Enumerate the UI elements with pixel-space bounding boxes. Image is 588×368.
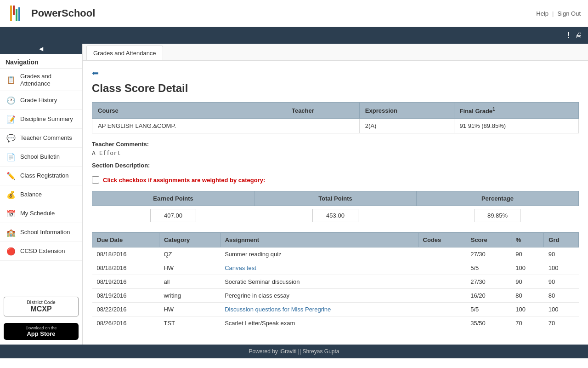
assignment-cell: Socratic Seminar discussion	[220, 275, 418, 289]
app-store-top-label: Download on the	[26, 326, 57, 330]
expression-header: Expression	[359, 103, 454, 119]
assignment-cell: Discussion questions for Miss Peregrine	[220, 303, 418, 316]
assignment-name: Socratic Seminar discussion	[225, 278, 300, 285]
course-name: AP ENGLISH LANG.&COMP.	[92, 119, 286, 133]
sidebar-label-discipline-summary: Discipline Summary	[20, 115, 73, 123]
assignment-cell: Canvas test	[220, 261, 418, 275]
pct-cell: 100	[511, 303, 544, 316]
district-label: District Code	[8, 300, 74, 305]
total-points-header: Total Points	[254, 191, 417, 206]
codes-cell	[418, 289, 466, 303]
grd-cell: 90	[544, 247, 579, 261]
due-date-header: Due Date	[92, 233, 159, 247]
school-information-icon: 🏫	[6, 227, 17, 238]
codes-header: Codes	[418, 233, 466, 247]
section-description-label: Section Description:	[92, 162, 579, 169]
notification-icon[interactable]: !	[568, 31, 570, 40]
weighted-category-label: Click checkbox if assignments are weight…	[103, 177, 265, 184]
earned-points-value: 407.00	[150, 209, 196, 222]
sidebar-item-school-information[interactable]: 🏫 School Information	[0, 223, 82, 242]
table-row: 08/18/2016 QZ Summer reading quiz 27/30 …	[92, 247, 579, 261]
due-date-cell: 08/19/2016	[92, 289, 159, 303]
assignment-link[interactable]: Discussion questions for Miss Peregrine	[225, 306, 331, 313]
due-date-cell: 08/18/2016	[92, 247, 159, 261]
total-points-cell: 453.00	[254, 206, 417, 225]
sidebar-item-ccsd-extension[interactable]: 🔴 CCSD Extension	[0, 242, 82, 261]
assignment-header: Assignment	[220, 233, 418, 247]
course-header: Course	[92, 103, 286, 119]
sidebar-item-balance[interactable]: 💰 Balance	[0, 185, 82, 204]
footer: Powered by iGraviti || Shreyas Gupta	[0, 345, 588, 358]
final-grade-value: 91 91% (89.85%)	[454, 119, 578, 133]
tab-bar: Grades and Attendance	[83, 44, 588, 61]
app-store-button[interactable]: Download on the App Store	[4, 323, 79, 340]
sidebar-item-discipline-summary[interactable]: 📝 Discipline Summary	[0, 110, 82, 129]
sidebar-item-grades-attendance[interactable]: 📋 Grades and Attendance	[0, 69, 82, 91]
assignment-name: Summer reading quiz	[225, 251, 282, 258]
help-link[interactable]: Help	[536, 10, 548, 17]
content-area: Grades and Attendance ⬅ Class Score Deta…	[83, 44, 588, 345]
weighted-category-checkbox[interactable]	[92, 176, 99, 184]
category-cell: writing	[159, 289, 220, 303]
score-cell: 5/5	[466, 261, 511, 275]
sidebar-label-my-schedule: My Schedule	[20, 210, 55, 217]
tab-grades-attendance[interactable]: Grades and Attendance	[86, 46, 163, 60]
sidebar-item-teacher-comments[interactable]: 💬 Teacher Comments	[0, 129, 82, 148]
assignments-table: Due Date Category Assignment Codes Score…	[92, 232, 579, 330]
score-header: Score	[466, 233, 511, 247]
nav-items: 📋 Grades and Attendance 🕐 Grade History …	[0, 69, 82, 292]
category-cell: HW	[159, 303, 220, 316]
grd-cell: 100	[544, 303, 579, 316]
svg-rect-1	[13, 6, 15, 15]
table-row: 08/26/2016 TST Scarlet Letter/Speak exam…	[92, 316, 579, 330]
score-cell: 27/30	[466, 247, 511, 261]
grd-cell: 90	[544, 275, 579, 289]
class-registration-icon: ✏️	[6, 170, 17, 181]
sidebar: ◀ Navigation 📋 Grades and Attendance 🕐 G…	[0, 44, 83, 345]
grd-header: Grd	[544, 233, 579, 247]
sidebar-label-class-registration: Class Registration	[20, 172, 69, 179]
pct-cell: 80	[511, 289, 544, 303]
teacher-comments-label: Teacher Comments:	[92, 141, 579, 148]
powerschool-logo-icon	[7, 4, 27, 23]
weighted-category-row: Click checkbox if assignments are weight…	[92, 176, 579, 184]
category-cell: QZ	[159, 247, 220, 261]
top-header: PowerSchool Help | Sign Out	[0, 0, 588, 27]
course-row: AP ENGLISH LANG.&COMP. 2(A) 91 91% (89.8…	[92, 119, 579, 133]
assignment-cell: Peregrine in class essay	[220, 289, 418, 303]
sidebar-item-class-registration[interactable]: ✏️ Class Registration	[0, 167, 82, 185]
sidebar-item-my-schedule[interactable]: 📅 My Schedule	[0, 204, 82, 223]
back-button[interactable]: ⬅	[92, 68, 579, 78]
grd-cell: 80	[544, 289, 579, 303]
sidebar-item-grade-history[interactable]: 🕐 Grade History	[0, 91, 82, 110]
page-content: ⬅ Class Score Detail Course Teacher Expr…	[83, 61, 588, 338]
sidebar-label-grade-history: Grade History	[20, 97, 57, 104]
sidebar-label-balance: Balance	[20, 191, 42, 198]
assignment-cell: Scarlet Letter/Speak exam	[220, 316, 418, 330]
grd-cell: 100	[544, 261, 579, 275]
my-schedule-icon: 📅	[6, 208, 17, 219]
earned-points-cell: 407.00	[92, 206, 254, 225]
due-date-cell: 08/18/2016	[92, 261, 159, 275]
codes-cell	[418, 303, 466, 316]
pct-cell: 100	[511, 261, 544, 275]
score-cell: 35/50	[466, 316, 511, 330]
earned-points-header: Earned Points	[92, 191, 254, 206]
table-row: 08/19/2016 writing Peregrine in class es…	[92, 289, 579, 303]
school-bulletin-icon: 📄	[6, 151, 17, 162]
sign-out-link[interactable]: Sign Out	[557, 10, 581, 17]
print-icon[interactable]: 🖨	[575, 31, 582, 40]
total-points-value: 453.00	[312, 209, 358, 222]
svg-rect-3	[18, 7, 20, 21]
sidebar-toggle[interactable]: ◀	[0, 44, 82, 54]
teacher-name	[286, 119, 359, 133]
app-store-bottom-label: App Store	[27, 330, 55, 337]
balance-icon: 💰	[6, 189, 17, 200]
teacher-comments-icon: 💬	[6, 132, 17, 144]
district-code: MCXP	[8, 305, 74, 313]
sidebar-item-school-bulletin[interactable]: 📄 School Bulletin	[0, 148, 82, 167]
assignment-link[interactable]: Canvas test	[225, 264, 256, 271]
grade-history-icon: 🕐	[6, 95, 17, 106]
assignment-cell: Summer reading quiz	[220, 247, 418, 261]
points-table: Earned Points Total Points Percentage 40…	[92, 191, 579, 225]
